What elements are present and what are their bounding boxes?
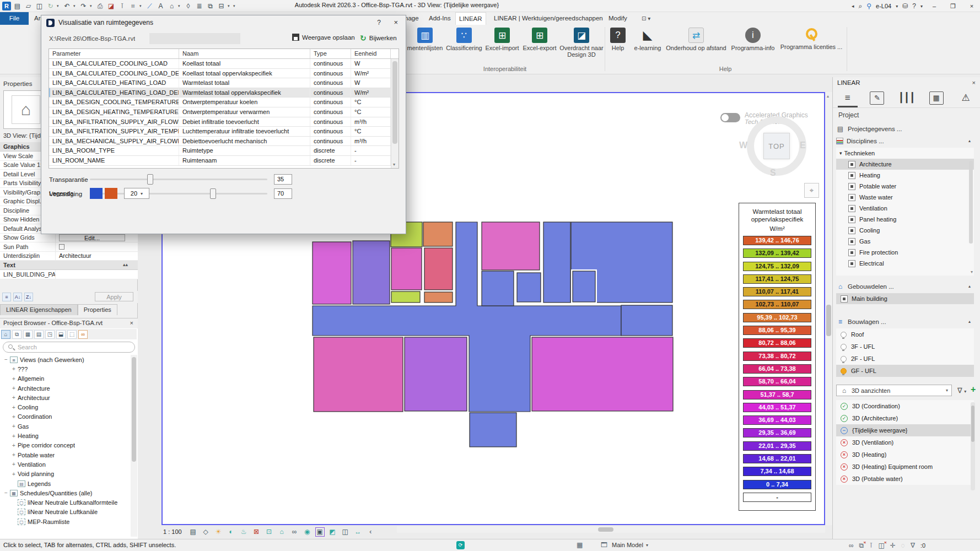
discipline-checkbox[interactable] <box>848 238 855 245</box>
sun-settings-icon[interactable]: ☀ <box>214 527 223 537</box>
collapse-gebouwdelen-icon[interactable]: ▴ <box>968 284 971 289</box>
verzadiging-value[interactable]: 70 <box>274 188 292 199</box>
level-item[interactable]: GF - UFL <box>836 365 974 377</box>
restore-button[interactable]: ❐ <box>946 3 960 10</box>
room[interactable] <box>313 242 351 304</box>
browser-group-icon[interactable]: ⬚ <box>67 330 77 339</box>
projectgegevens-item[interactable]: ▤ Projectgegevens ... <box>836 123 972 134</box>
room[interactable] <box>423 222 453 246</box>
parameter-row[interactable]: LIN_BA_CALCULATED_HEATING_LOADWarmtelast… <box>49 78 399 88</box>
discipline-item[interactable]: Architecture <box>836 159 974 170</box>
select-by-face-icon[interactable]: ◫× <box>878 542 884 549</box>
discipline-checkbox[interactable] <box>848 249 855 256</box>
help-caret-icon[interactable]: ▾ <box>920 4 923 9</box>
room[interactable] <box>532 337 673 411</box>
apply-button[interactable]: Apply <box>95 292 133 301</box>
sort-za-icon[interactable]: Z↓ <box>24 293 33 301</box>
excel-export-button[interactable]: ⊞Excel-export <box>521 26 558 51</box>
viewcube-top-face[interactable]: TOP <box>763 133 790 159</box>
parameter-row[interactable]: LIN_BA_INFILTRATION_SUPPLY_AIR_FLOWRATED… <box>49 117 399 127</box>
collapse-bouwlagen-icon[interactable]: ▴ <box>968 319 971 324</box>
refresh-button[interactable]: ↻ Bijwerken <box>360 34 397 42</box>
discipline-checkbox[interactable] <box>848 172 855 179</box>
collapse-disciplines-icon[interactable]: ▴ <box>968 138 971 143</box>
room[interactable] <box>424 248 453 290</box>
sun-path-checkbox[interactable] <box>59 244 64 250</box>
tab-linear-eigenschappen[interactable]: LINEAR Eigenschappen <box>0 304 78 315</box>
tree-item[interactable]: +Cooling <box>0 402 130 412</box>
level-bulb-icon[interactable] <box>841 368 847 374</box>
tab-linear[interactable]: LINEAR <box>455 12 486 25</box>
discipline-checkbox[interactable] <box>848 161 855 168</box>
parameter-table[interactable]: Parameter Naam Type Eenheid LIN_BA_CALCU… <box>49 48 399 169</box>
room[interactable] <box>543 222 570 302</box>
discipline-checkbox[interactable] <box>848 194 855 201</box>
tree-item[interactable]: +Pipe corridor concept <box>0 441 130 450</box>
license-key-button[interactable]: Programma licenties ... <box>779 26 843 50</box>
browser-link-icon[interactable]: ∞ <box>78 330 88 339</box>
component-list-button[interactable]: ▥mentenlijsten <box>406 26 444 51</box>
discipline-checkbox[interactable] <box>848 183 855 190</box>
tree-item[interactable]: ▤Legends <box>0 479 130 488</box>
parameter-row[interactable]: LIN_BA_DESIGN_HEATING_TEMPERATUREOntwerp… <box>49 107 399 117</box>
text-section-header[interactable]: Text▴▴ <box>0 261 138 270</box>
infocenter-collapse-icon[interactable]: ◂ <box>852 3 854 9</box>
tab-add-ins[interactable]: Add-Ins <box>426 12 454 25</box>
remote-support-button[interactable]: ⇄Onderhoud op afstand <box>666 26 726 51</box>
tree-item[interactable]: ▢liNear Neutrale Luftkanäle <box>0 507 130 517</box>
property-row[interactable]: LIN_BUILDING_PART <box>0 270 138 279</box>
view-on-icon[interactable]: ✓ <box>841 415 848 422</box>
view-3d-item[interactable]: ×3D (Potable water) <box>836 473 974 485</box>
level-bulb-icon[interactable] <box>841 344 847 350</box>
tab-calculation-icon[interactable]: ▦ <box>925 90 947 106</box>
browser-home-icon[interactable]: ⌂ <box>1 330 10 339</box>
table-scroll-down-icon[interactable]: ▾ <box>393 162 395 167</box>
select-underlay-icon[interactable]: ⧉× <box>859 542 864 549</box>
tab-properties[interactable]: Properties <box>78 304 117 315</box>
view-3d-item[interactable]: ✓3D (Coordination) <box>836 400 974 412</box>
signed-in-user[interactable]: e-L04 <box>876 3 891 9</box>
parameter-row[interactable]: LIN_BA_CALCULATED_COOLING_LOADKoellast t… <box>49 59 399 69</box>
tree-item[interactable]: +Architectuur <box>0 393 130 402</box>
tab-linear-tools[interactable]: LINEAR | Werktuigen/gereedschappen <box>491 12 606 25</box>
scroll-up-icon[interactable]: ▴ <box>827 94 829 99</box>
room[interactable] <box>517 273 541 302</box>
room[interactable] <box>391 248 422 290</box>
views-filter-icon[interactable]: ∇ ▾ <box>957 386 966 395</box>
view-3d-item[interactable]: ✓3D (Architecture) <box>836 412 974 424</box>
navigation-bar-icon[interactable]: ⌖ <box>804 183 819 198</box>
linear-panel-close-icon[interactable]: × <box>972 79 976 86</box>
visualisatie-dialog[interactable]: Visualisatie van ruimtegegevens ? × X:\R… <box>41 15 406 234</box>
view-3d-item[interactable]: ×3D (Heating) Equipment room <box>836 461 974 473</box>
discipline-item[interactable]: Electrical <box>836 258 974 269</box>
crop-region-icon[interactable]: ⊡ <box>265 527 274 537</box>
info-circle-button[interactable]: iProgramma-info <box>729 26 777 51</box>
parameter-row[interactable]: LIN_BA_CALCULATED_COOLING_LOAD_DENS...Ko… <box>49 69 399 79</box>
level-bulb-icon[interactable] <box>841 332 847 338</box>
transparantie-handle[interactable] <box>147 174 153 185</box>
sort-az-icon[interactable]: A↓ <box>13 293 22 301</box>
tree-item[interactable]: −▦Schedules/Quantities (alle) <box>0 488 130 498</box>
graduation-cap-button[interactable]: ◣e-learning <box>632 26 664 51</box>
save-view-button[interactable]: Weergave opslaan <box>292 34 355 41</box>
shadows-icon[interactable]: ◐ <box>227 527 236 537</box>
close-button[interactable]: × <box>965 3 979 9</box>
filter-icon[interactable]: ∇ <box>911 542 915 549</box>
collapse-section-icon[interactable]: ▴▴ <box>123 262 128 267</box>
temporary-hide-icon[interactable]: ∞ <box>290 527 299 537</box>
design-options-caret-icon[interactable]: ▾ <box>646 543 648 548</box>
discipline-item[interactable]: Fire protection <box>836 247 974 258</box>
tab-menu-icon[interactable]: ≡ <box>837 90 859 106</box>
table-scrollbar[interactable]: ▾ <box>391 59 399 168</box>
parameter-row[interactable]: LIN_ROOM_NAMERuimtenaamdiscrete- <box>49 156 399 166</box>
dialog-title-bar[interactable]: Visualisatie van ruimtegegevens <box>41 15 406 30</box>
discipline-item[interactable]: Ventilation <box>836 203 974 214</box>
room[interactable] <box>470 413 516 447</box>
worksharing-icon[interactable]: ⟳ <box>456 541 465 549</box>
discipline-item[interactable]: Panel heating <box>836 214 974 225</box>
tab-edit-icon[interactable]: ✎ <box>866 90 888 106</box>
dialog-close-icon[interactable]: × <box>394 18 398 26</box>
temporary-view-properties-icon[interactable]: ▣ <box>315 527 325 537</box>
browser-scrollbar[interactable] <box>131 355 137 537</box>
technieken-expander-icon[interactable]: ▾ <box>839 150 842 156</box>
